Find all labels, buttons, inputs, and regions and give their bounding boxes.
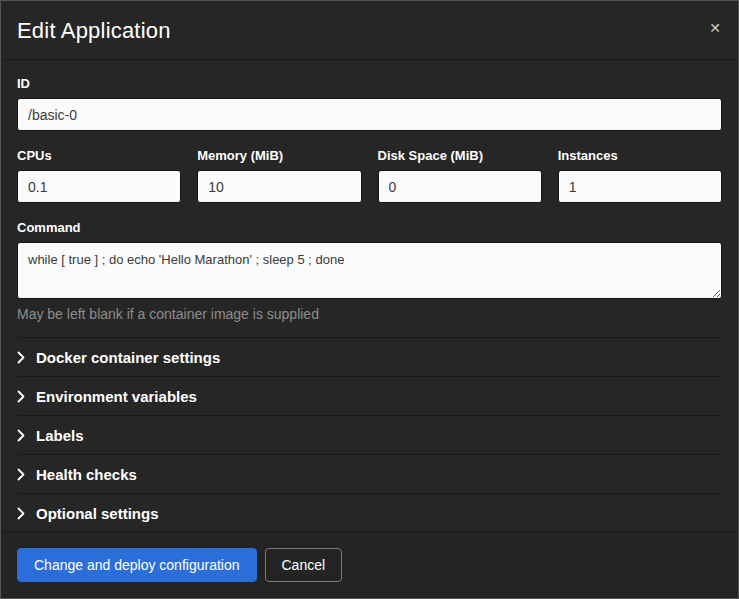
chevron-right-icon [17, 390, 25, 403]
collapsible-sections: Docker container settings Environment va… [17, 337, 722, 531]
memory-field: Memory (MiB) [197, 148, 361, 203]
section-label: Docker container settings [36, 349, 220, 366]
cpus-label: CPUs [17, 148, 181, 163]
modal-body: ID CPUs Memory (MiB) Disk Space (MiB) In… [1, 60, 738, 531]
section-health-checks[interactable]: Health checks [17, 454, 722, 493]
cancel-button[interactable]: Cancel [265, 548, 343, 582]
memory-label: Memory (MiB) [197, 148, 361, 163]
instances-label: Instances [558, 148, 722, 163]
resources-row: CPUs Memory (MiB) Disk Space (MiB) Insta… [17, 148, 722, 203]
section-labels[interactable]: Labels [17, 415, 722, 454]
close-icon[interactable]: ✕ [705, 17, 725, 39]
id-field: ID [17, 76, 722, 131]
disk-label: Disk Space (MiB) [378, 148, 542, 163]
chevron-right-icon [17, 429, 25, 442]
section-environment-variables[interactable]: Environment variables [17, 376, 722, 415]
section-docker-container-settings[interactable]: Docker container settings [17, 337, 722, 376]
chevron-right-icon [17, 507, 25, 520]
cpus-input[interactable] [17, 170, 181, 203]
command-help-text: May be left blank if a container image i… [17, 306, 722, 322]
change-and-deploy-button[interactable]: Change and deploy configuration [17, 548, 257, 582]
section-label: Environment variables [36, 388, 197, 405]
modal-header: Edit Application ✕ [1, 1, 738, 60]
section-optional-settings[interactable]: Optional settings [17, 493, 722, 531]
cpus-field: CPUs [17, 148, 181, 203]
memory-input[interactable] [197, 170, 361, 203]
chevron-right-icon [17, 468, 25, 481]
disk-input[interactable] [378, 170, 542, 203]
modal-title: Edit Application [17, 18, 722, 44]
section-label: Labels [36, 427, 84, 444]
modal-footer: Change and deploy configuration Cancel [1, 531, 738, 598]
instances-input[interactable] [558, 170, 722, 203]
section-label: Optional settings [36, 505, 159, 522]
id-input[interactable] [17, 98, 722, 131]
section-label: Health checks [36, 466, 137, 483]
command-label: Command [17, 220, 722, 235]
command-field: Command while [ true ] ; do echo 'Hello … [17, 220, 722, 322]
instances-field: Instances [558, 148, 722, 203]
command-textarea[interactable]: while [ true ] ; do echo 'Hello Marathon… [17, 242, 722, 299]
disk-field: Disk Space (MiB) [378, 148, 542, 203]
id-label: ID [17, 76, 722, 91]
chevron-right-icon [17, 351, 25, 364]
